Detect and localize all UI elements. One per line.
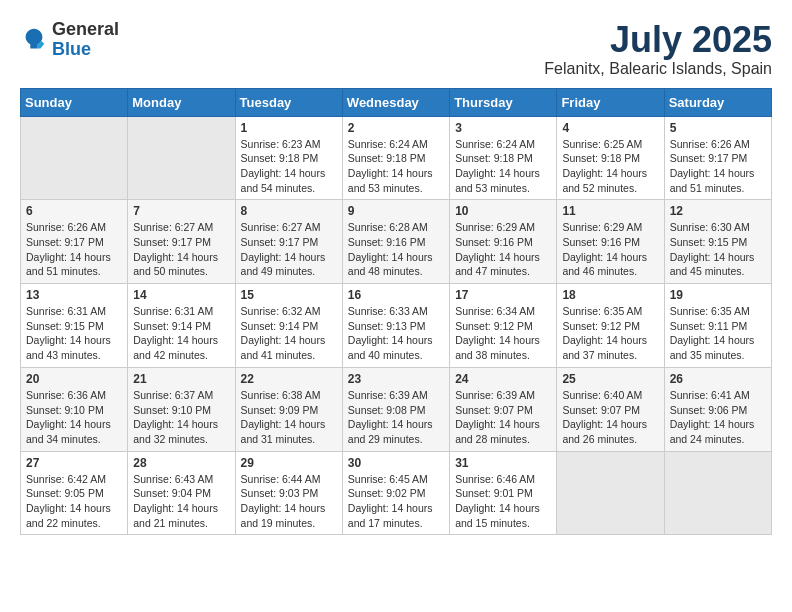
calendar-cell: 31 Sunrise: 6:46 AM Sunset: 9:01 PM Dayl… — [450, 451, 557, 535]
day-number: 23 — [348, 372, 444, 386]
day-number: 13 — [26, 288, 122, 302]
day-info: Sunrise: 6:23 AM Sunset: 9:18 PM Dayligh… — [241, 137, 337, 196]
day-info: Sunrise: 6:31 AM Sunset: 9:15 PM Dayligh… — [26, 304, 122, 363]
day-info: Sunrise: 6:32 AM Sunset: 9:14 PM Dayligh… — [241, 304, 337, 363]
day-info: Sunrise: 6:27 AM Sunset: 9:17 PM Dayligh… — [133, 220, 229, 279]
calendar-header-row: SundayMondayTuesdayWednesdayThursdayFrid… — [21, 88, 772, 116]
calendar-week-row: 6 Sunrise: 6:26 AM Sunset: 9:17 PM Dayli… — [21, 200, 772, 284]
calendar-week-row: 20 Sunrise: 6:36 AM Sunset: 9:10 PM Dayl… — [21, 367, 772, 451]
title-block: July 2025 Felanitx, Balearic Islands, Sp… — [544, 20, 772, 78]
day-info: Sunrise: 6:29 AM Sunset: 9:16 PM Dayligh… — [562, 220, 658, 279]
day-number: 2 — [348, 121, 444, 135]
day-info: Sunrise: 6:26 AM Sunset: 9:17 PM Dayligh… — [670, 137, 766, 196]
calendar-cell — [128, 116, 235, 200]
calendar-table: SundayMondayTuesdayWednesdayThursdayFrid… — [20, 88, 772, 536]
calendar-cell: 19 Sunrise: 6:35 AM Sunset: 9:11 PM Dayl… — [664, 284, 771, 368]
day-number: 24 — [455, 372, 551, 386]
day-info: Sunrise: 6:33 AM Sunset: 9:13 PM Dayligh… — [348, 304, 444, 363]
calendar-cell: 6 Sunrise: 6:26 AM Sunset: 9:17 PM Dayli… — [21, 200, 128, 284]
calendar-cell: 24 Sunrise: 6:39 AM Sunset: 9:07 PM Dayl… — [450, 367, 557, 451]
weekday-header: Friday — [557, 88, 664, 116]
day-info: Sunrise: 6:39 AM Sunset: 9:08 PM Dayligh… — [348, 388, 444, 447]
calendar-cell — [557, 451, 664, 535]
calendar-cell: 18 Sunrise: 6:35 AM Sunset: 9:12 PM Dayl… — [557, 284, 664, 368]
calendar-cell — [664, 451, 771, 535]
calendar-cell: 8 Sunrise: 6:27 AM Sunset: 9:17 PM Dayli… — [235, 200, 342, 284]
day-number: 27 — [26, 456, 122, 470]
day-number: 1 — [241, 121, 337, 135]
logo: General Blue — [20, 20, 119, 60]
month-title: July 2025 — [544, 20, 772, 60]
calendar-cell: 29 Sunrise: 6:44 AM Sunset: 9:03 PM Dayl… — [235, 451, 342, 535]
calendar-cell: 7 Sunrise: 6:27 AM Sunset: 9:17 PM Dayli… — [128, 200, 235, 284]
day-number: 30 — [348, 456, 444, 470]
calendar-cell: 20 Sunrise: 6:36 AM Sunset: 9:10 PM Dayl… — [21, 367, 128, 451]
day-info: Sunrise: 6:43 AM Sunset: 9:04 PM Dayligh… — [133, 472, 229, 531]
day-info: Sunrise: 6:46 AM Sunset: 9:01 PM Dayligh… — [455, 472, 551, 531]
calendar-cell: 12 Sunrise: 6:30 AM Sunset: 9:15 PM Dayl… — [664, 200, 771, 284]
calendar-cell: 3 Sunrise: 6:24 AM Sunset: 9:18 PM Dayli… — [450, 116, 557, 200]
calendar-week-row: 13 Sunrise: 6:31 AM Sunset: 9:15 PM Dayl… — [21, 284, 772, 368]
day-info: Sunrise: 6:26 AM Sunset: 9:17 PM Dayligh… — [26, 220, 122, 279]
calendar-week-row: 1 Sunrise: 6:23 AM Sunset: 9:18 PM Dayli… — [21, 116, 772, 200]
day-number: 10 — [455, 204, 551, 218]
day-info: Sunrise: 6:38 AM Sunset: 9:09 PM Dayligh… — [241, 388, 337, 447]
day-info: Sunrise: 6:28 AM Sunset: 9:16 PM Dayligh… — [348, 220, 444, 279]
logo-icon — [20, 26, 48, 54]
calendar-cell — [21, 116, 128, 200]
logo-text: General Blue — [52, 20, 119, 60]
page-header: General Blue July 2025 Felanitx, Baleari… — [20, 20, 772, 78]
calendar-cell: 17 Sunrise: 6:34 AM Sunset: 9:12 PM Dayl… — [450, 284, 557, 368]
weekday-header: Saturday — [664, 88, 771, 116]
day-number: 21 — [133, 372, 229, 386]
day-info: Sunrise: 6:39 AM Sunset: 9:07 PM Dayligh… — [455, 388, 551, 447]
day-number: 28 — [133, 456, 229, 470]
day-number: 16 — [348, 288, 444, 302]
day-number: 29 — [241, 456, 337, 470]
day-number: 6 — [26, 204, 122, 218]
calendar-cell: 4 Sunrise: 6:25 AM Sunset: 9:18 PM Dayli… — [557, 116, 664, 200]
calendar-cell: 25 Sunrise: 6:40 AM Sunset: 9:07 PM Dayl… — [557, 367, 664, 451]
day-info: Sunrise: 6:40 AM Sunset: 9:07 PM Dayligh… — [562, 388, 658, 447]
calendar-cell: 13 Sunrise: 6:31 AM Sunset: 9:15 PM Dayl… — [21, 284, 128, 368]
day-number: 26 — [670, 372, 766, 386]
day-info: Sunrise: 6:34 AM Sunset: 9:12 PM Dayligh… — [455, 304, 551, 363]
day-number: 19 — [670, 288, 766, 302]
day-info: Sunrise: 6:35 AM Sunset: 9:12 PM Dayligh… — [562, 304, 658, 363]
day-info: Sunrise: 6:41 AM Sunset: 9:06 PM Dayligh… — [670, 388, 766, 447]
weekday-header: Tuesday — [235, 88, 342, 116]
calendar-cell: 27 Sunrise: 6:42 AM Sunset: 9:05 PM Dayl… — [21, 451, 128, 535]
day-number: 31 — [455, 456, 551, 470]
weekday-header: Wednesday — [342, 88, 449, 116]
calendar-week-row: 27 Sunrise: 6:42 AM Sunset: 9:05 PM Dayl… — [21, 451, 772, 535]
weekday-header: Sunday — [21, 88, 128, 116]
day-info: Sunrise: 6:35 AM Sunset: 9:11 PM Dayligh… — [670, 304, 766, 363]
calendar-cell: 30 Sunrise: 6:45 AM Sunset: 9:02 PM Dayl… — [342, 451, 449, 535]
day-info: Sunrise: 6:24 AM Sunset: 9:18 PM Dayligh… — [348, 137, 444, 196]
calendar-cell: 28 Sunrise: 6:43 AM Sunset: 9:04 PM Dayl… — [128, 451, 235, 535]
day-number: 8 — [241, 204, 337, 218]
calendar-cell: 22 Sunrise: 6:38 AM Sunset: 9:09 PM Dayl… — [235, 367, 342, 451]
day-number: 22 — [241, 372, 337, 386]
day-number: 25 — [562, 372, 658, 386]
calendar-cell: 26 Sunrise: 6:41 AM Sunset: 9:06 PM Dayl… — [664, 367, 771, 451]
day-info: Sunrise: 6:37 AM Sunset: 9:10 PM Dayligh… — [133, 388, 229, 447]
day-info: Sunrise: 6:25 AM Sunset: 9:18 PM Dayligh… — [562, 137, 658, 196]
calendar-cell: 21 Sunrise: 6:37 AM Sunset: 9:10 PM Dayl… — [128, 367, 235, 451]
day-number: 11 — [562, 204, 658, 218]
weekday-header: Thursday — [450, 88, 557, 116]
day-info: Sunrise: 6:44 AM Sunset: 9:03 PM Dayligh… — [241, 472, 337, 531]
day-number: 3 — [455, 121, 551, 135]
calendar-cell: 1 Sunrise: 6:23 AM Sunset: 9:18 PM Dayli… — [235, 116, 342, 200]
day-info: Sunrise: 6:42 AM Sunset: 9:05 PM Dayligh… — [26, 472, 122, 531]
day-info: Sunrise: 6:30 AM Sunset: 9:15 PM Dayligh… — [670, 220, 766, 279]
day-number: 12 — [670, 204, 766, 218]
day-number: 17 — [455, 288, 551, 302]
day-number: 7 — [133, 204, 229, 218]
day-info: Sunrise: 6:29 AM Sunset: 9:16 PM Dayligh… — [455, 220, 551, 279]
calendar-cell: 16 Sunrise: 6:33 AM Sunset: 9:13 PM Dayl… — [342, 284, 449, 368]
location-title: Felanitx, Balearic Islands, Spain — [544, 60, 772, 78]
day-info: Sunrise: 6:31 AM Sunset: 9:14 PM Dayligh… — [133, 304, 229, 363]
weekday-header: Monday — [128, 88, 235, 116]
day-number: 9 — [348, 204, 444, 218]
